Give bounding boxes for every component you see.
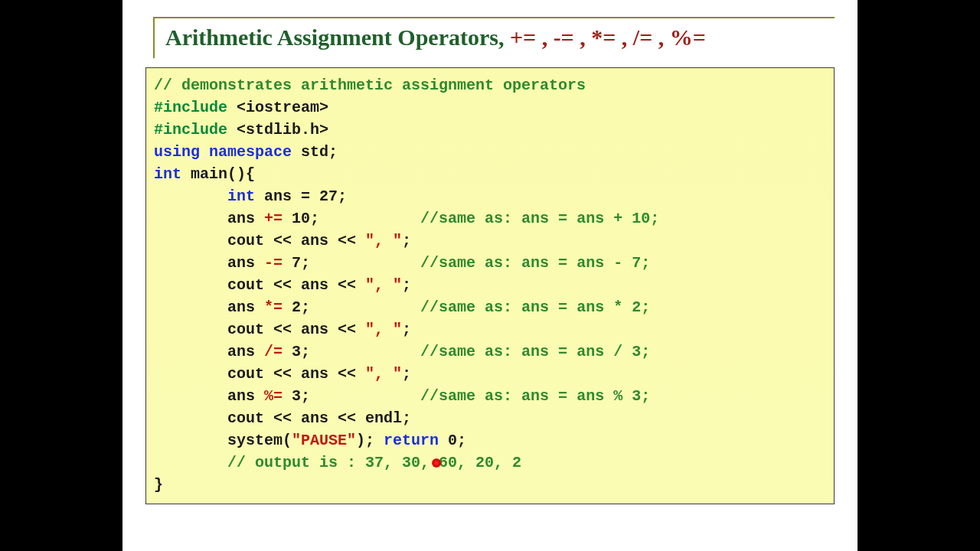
code-text: main(){ xyxy=(191,165,255,183)
code-comment: //same as: ans = ans / 3; xyxy=(420,343,650,360)
code-text: ; xyxy=(402,232,411,249)
code-text: cout << ans << xyxy=(227,232,365,249)
code-text: cout << ans << xyxy=(227,276,365,294)
code-text: 3; xyxy=(283,387,310,405)
code-text: 2; xyxy=(283,298,310,316)
keyword: namespace xyxy=(209,143,301,161)
code-comment: // demonstrates arithmetic assignment op… xyxy=(154,77,586,94)
code-text: 3; xyxy=(283,343,310,360)
header-name: <iostream> xyxy=(237,99,328,116)
string-literal: ", " xyxy=(365,365,402,383)
preprocessor: #include xyxy=(154,121,237,139)
string-literal: "PAUSE" xyxy=(292,432,356,449)
code-comment: //same as: ans = ans * 2; xyxy=(420,298,650,316)
string-literal: ", " xyxy=(365,232,402,249)
code-text: cout << ans << xyxy=(227,321,365,338)
code-text: ); xyxy=(356,432,384,449)
code-block: // demonstrates arithmetic assignment op… xyxy=(145,67,835,504)
string-literal: ", " xyxy=(365,276,402,294)
operator: -= xyxy=(264,254,283,272)
code-comment: //same as: ans = ans % 3; xyxy=(420,387,650,405)
title-operators: += , -= , *= , /= , %= xyxy=(510,24,706,50)
code-text: cout << ans << xyxy=(227,365,365,383)
code-text: 0; xyxy=(448,432,466,449)
keyword: int xyxy=(227,187,264,205)
slide-title: Arithmetic Assignment Operators, += , -=… xyxy=(153,17,835,58)
keyword: int xyxy=(154,165,191,183)
code-comment: //same as: ans = ans + 10; xyxy=(420,210,659,227)
keyword: using xyxy=(154,143,209,161)
code-text: 7; xyxy=(283,254,310,272)
code-comment: //same as: ans = ans - 7; xyxy=(420,254,650,272)
code-text: cout << ans << endl; xyxy=(227,409,411,427)
code-text: 10; xyxy=(283,210,319,227)
string-literal: ", " xyxy=(365,321,402,338)
keyword: return xyxy=(384,432,448,449)
code-text: } xyxy=(154,476,163,494)
slide: Arithmetic Assignment Operators, += , -=… xyxy=(122,0,858,551)
code-text: ans = 27; xyxy=(264,187,347,205)
code-text: system( xyxy=(227,432,292,449)
code-text: ans xyxy=(227,343,264,360)
title-text: Arithmetic Assignment Operators, xyxy=(165,24,510,50)
preprocessor: #include xyxy=(154,99,237,116)
code-text: std; xyxy=(301,143,338,161)
code-comment: // output is : 37, 30, 60, 20, 2 xyxy=(227,454,521,471)
operator: += xyxy=(264,210,283,227)
operator: *= xyxy=(264,298,283,316)
code-text: ; xyxy=(402,365,411,383)
code-text: ans xyxy=(227,210,264,227)
code-text: ans xyxy=(227,387,264,405)
code-text: ans xyxy=(227,254,264,272)
operator: /= xyxy=(264,343,283,360)
code-text: ans xyxy=(227,298,264,316)
header-name: <stdlib.h> xyxy=(237,121,328,139)
code-text: ; xyxy=(402,276,411,294)
code-text: ; xyxy=(402,321,411,338)
operator: %= xyxy=(264,387,283,405)
